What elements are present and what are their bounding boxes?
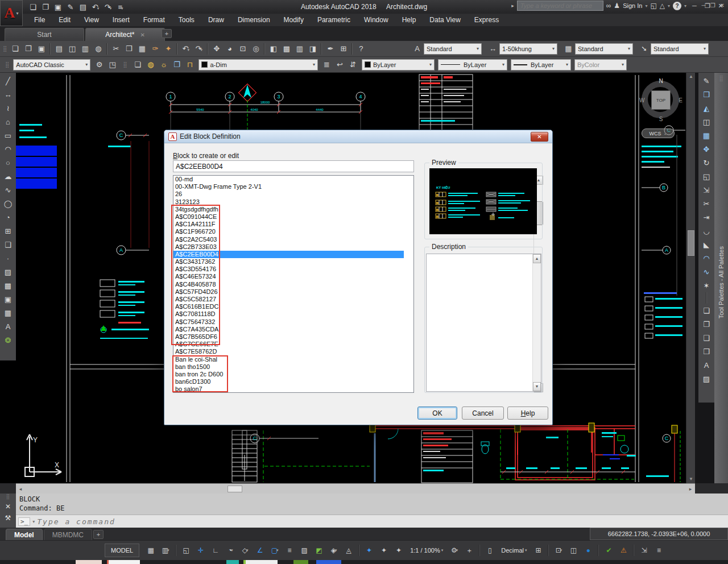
file-tab[interactable]: Start ✕ xyxy=(5,28,84,41)
annotation-visibility-icon[interactable]: ✦ xyxy=(362,544,376,557)
cut-icon[interactable]: ✂ xyxy=(109,42,122,55)
units-button[interactable]: Decimal ▾ xyxy=(498,544,530,557)
block-list-item[interactable]: A$C7B565DF6 xyxy=(173,333,404,341)
send-under-icon[interactable]: ❒ xyxy=(700,345,713,358)
move-icon[interactable]: ✥ xyxy=(700,142,713,156)
dropdown-arrow-icon[interactable]: ▾ xyxy=(188,48,190,52)
mirror-icon[interactable]: ◭ xyxy=(700,101,713,115)
customize-wrench-icon[interactable]: ⚒ xyxy=(5,514,11,522)
hatch-to-back-icon[interactable]: ▨ xyxy=(700,372,713,385)
help-dropdown-icon[interactable]: ▾ xyxy=(684,3,686,9)
annotation-scale-button[interactable]: 1:1 / 100% ▾ xyxy=(407,544,446,557)
block-list-item[interactable]: A$C091044CE xyxy=(173,213,404,221)
block-list-item[interactable]: A$C7081118D xyxy=(173,310,404,318)
style-icon[interactable]: ➘ xyxy=(638,42,651,55)
units-ruler-icon[interactable]: ▯ xyxy=(483,544,497,557)
menu-item[interactable]: File xyxy=(27,14,52,26)
toolbar-grip[interactable]: ⣿ xyxy=(3,45,7,52)
toolbar-grip[interactable]: ⣿ xyxy=(5,61,9,68)
menu-item[interactable]: Insert xyxy=(106,14,136,26)
dialog-close-button[interactable]: ✕ xyxy=(531,132,548,142)
layer-lock-icon[interactable]: ⊓ xyxy=(183,58,196,71)
object-color-combo[interactable]: ByLayer ▾ xyxy=(362,59,435,70)
viewcube-north[interactable]: N xyxy=(659,78,663,84)
layer-previous-icon[interactable]: ↩ xyxy=(333,58,346,71)
zoom-realtime-icon[interactable]: ◕ xyxy=(223,42,236,55)
close-command-icon[interactable]: ✕ xyxy=(5,503,11,511)
search-input[interactable] xyxy=(518,2,603,9)
plot-style-combo[interactable]: ByColor ▾ xyxy=(574,59,627,70)
block-list-item[interactable]: ban6cD1300 xyxy=(173,378,404,385)
viewport-frame-icon[interactable]: ◳ xyxy=(106,58,119,71)
scroll-right-icon[interactable]: ▸ xyxy=(686,486,695,492)
ortho-mode-icon[interactable]: ∟ xyxy=(209,544,222,557)
tool-palettes-icon[interactable]: ▥ xyxy=(293,42,306,55)
zoom-window-icon[interactable]: ⊡ xyxy=(236,42,249,55)
undo-icon[interactable]: ↶▾ xyxy=(179,42,192,55)
toolbar-grip[interactable]: ⣿ xyxy=(123,61,127,68)
dropdown-arrow-icon[interactable]: ▾ xyxy=(110,6,112,10)
isometric-drafting-icon[interactable]: ◇▾ xyxy=(238,544,252,557)
scroll-down-icon[interactable]: ▼ xyxy=(686,475,696,483)
scroll-up-icon[interactable]: ▲ xyxy=(533,254,541,263)
scroll-left-icon[interactable]: ◂ xyxy=(16,486,25,492)
block-list-item[interactable]: ban tho1500 xyxy=(173,363,404,371)
taskbar-item[interactable] xyxy=(76,560,102,564)
match-properties-icon[interactable]: ✎ xyxy=(700,74,713,88)
taskbar-item[interactable] xyxy=(293,560,308,564)
autoscale-icon[interactable]: ✦ xyxy=(377,544,391,557)
dropdown-arrow-icon[interactable]: ▾ xyxy=(121,6,123,10)
dropdown-arrow-icon[interactable]: ▾ xyxy=(231,548,233,553)
block-list-item[interactable]: A$C34317362 xyxy=(173,258,404,266)
plot-icon[interactable]: ▤ xyxy=(52,42,65,55)
menu-item[interactable]: Express xyxy=(468,14,506,26)
qsave-icon[interactable]: ▣ xyxy=(52,1,64,13)
layer-states-icon[interactable]: ≣ xyxy=(320,58,333,71)
osnap-tracking-icon[interactable]: ∠ xyxy=(253,544,267,557)
block-list-item[interactable]: A$C57FD4D26 xyxy=(173,288,404,296)
tab-layout-mbmdmc[interactable]: MBMDMC xyxy=(44,529,92,540)
command-line-grip[interactable]: ⣿ xyxy=(6,494,10,499)
insert-block-icon[interactable]: ⊞ xyxy=(1,224,15,238)
revcloud-icon[interactable]: ☁ xyxy=(1,169,15,183)
block-list-item[interactable]: Ban le coi-Shal xyxy=(173,356,404,363)
3d-dwf-icon[interactable]: ◍ xyxy=(92,42,105,55)
make-block-icon[interactable]: ❑ xyxy=(1,238,15,251)
mtext-icon[interactable]: A xyxy=(1,320,15,333)
plot-icon[interactable]: ▤ xyxy=(77,1,89,13)
rectangle-icon[interactable]: ▭ xyxy=(1,128,15,142)
transparency-icon[interactable]: ▨ xyxy=(297,544,311,557)
object-snap-icon[interactable]: ▢▾ xyxy=(268,544,282,557)
vertical-scroll-thumb[interactable] xyxy=(688,230,694,256)
block-editor-icon[interactable]: ✦ xyxy=(162,42,175,55)
table-icon[interactable]: ▦ xyxy=(1,306,15,320)
line-icon[interactable]: ╱ xyxy=(1,74,15,88)
grid-display-icon[interactable]: ▦ xyxy=(144,544,158,557)
chamfer-icon[interactable]: ◣ xyxy=(700,238,713,251)
command-prompt-icon[interactable]: >_ xyxy=(18,517,30,526)
tab-model[interactable]: Model xyxy=(6,529,43,540)
plot-preview-icon[interactable]: ◫ xyxy=(65,42,78,55)
viewcube-south[interactable]: S xyxy=(659,116,663,122)
rotate-icon[interactable]: ↻ xyxy=(700,156,713,169)
block-list-item[interactable]: A$C3D554176 xyxy=(173,266,404,273)
spline-icon[interactable]: ∿ xyxy=(1,183,15,197)
copy-icon[interactable]: ❒ xyxy=(122,42,135,55)
qnew-icon[interactable]: ❏ xyxy=(9,42,22,55)
layer-viewport-icon[interactable]: ❐ xyxy=(170,58,183,71)
designcenter-icon[interactable]: ▩ xyxy=(280,42,293,55)
layer-translate-icon[interactable]: ⇵ xyxy=(346,58,359,71)
ellipse-arc-icon[interactable]: ◔ xyxy=(1,210,15,224)
style-icon[interactable]: A xyxy=(411,42,424,55)
publish-icon[interactable]: ▥ xyxy=(78,42,92,55)
extend-icon[interactable]: ⇥ xyxy=(700,210,713,224)
layer-properties-icon[interactable]: ❏ xyxy=(131,58,144,71)
description-textarea[interactable]: ▲ ▼ xyxy=(426,254,541,392)
menu-item[interactable]: Window xyxy=(357,14,395,26)
block-list-item[interactable]: A$C1A42111F xyxy=(173,221,404,228)
taskbar-item[interactable] xyxy=(107,560,140,564)
taskbar-item[interactable] xyxy=(243,560,278,564)
polar-tracking-icon[interactable]: ◔▾ xyxy=(224,544,237,557)
point-icon[interactable]: ∙ xyxy=(1,251,15,265)
help-button[interactable]: Help xyxy=(507,407,548,420)
